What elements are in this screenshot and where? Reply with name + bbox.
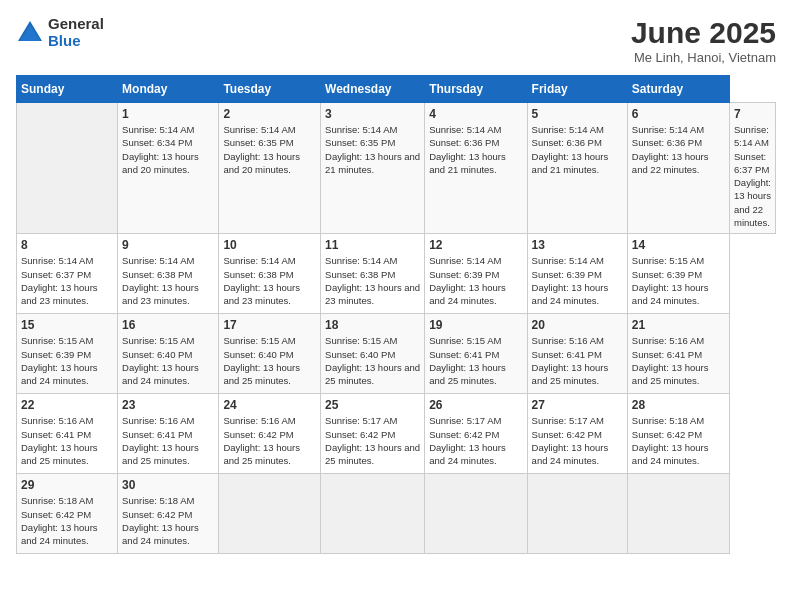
table-row: 20Sunrise: 5:16 AMSunset: 6:41 PMDayligh… bbox=[527, 314, 627, 394]
day-info: Sunrise: 5:15 AMSunset: 6:40 PMDaylight:… bbox=[122, 334, 214, 387]
day-number: 13 bbox=[532, 238, 623, 252]
day-number: 6 bbox=[632, 107, 725, 121]
page-header: General Blue June 2025 Me Linh, Hanoi, V… bbox=[16, 16, 776, 65]
table-row: 9Sunrise: 5:14 AMSunset: 6:38 PMDaylight… bbox=[118, 234, 219, 314]
table-row: 5Sunrise: 5:14 AMSunset: 6:36 PMDaylight… bbox=[527, 103, 627, 234]
table-row: 26Sunrise: 5:17 AMSunset: 6:42 PMDayligh… bbox=[425, 394, 527, 474]
day-info: Sunrise: 5:14 AMSunset: 6:36 PMDaylight:… bbox=[632, 123, 725, 176]
day-info: Sunrise: 5:15 AMSunset: 6:41 PMDaylight:… bbox=[429, 334, 522, 387]
header-thursday: Thursday bbox=[425, 76, 527, 103]
table-row: 21Sunrise: 5:16 AMSunset: 6:41 PMDayligh… bbox=[627, 314, 729, 394]
day-info: Sunrise: 5:14 AMSunset: 6:37 PMDaylight:… bbox=[734, 123, 771, 229]
table-row: 18Sunrise: 5:15 AMSunset: 6:40 PMDayligh… bbox=[321, 314, 425, 394]
table-row: 23Sunrise: 5:16 AMSunset: 6:41 PMDayligh… bbox=[118, 394, 219, 474]
table-row: 29Sunrise: 5:18 AMSunset: 6:42 PMDayligh… bbox=[17, 474, 118, 554]
day-number: 19 bbox=[429, 318, 522, 332]
calendar-week-row: 1Sunrise: 5:14 AMSunset: 6:34 PMDaylight… bbox=[17, 103, 776, 234]
header-sunday: Sunday bbox=[17, 76, 118, 103]
day-number: 1 bbox=[122, 107, 214, 121]
day-number: 14 bbox=[632, 238, 725, 252]
table-row: 13Sunrise: 5:14 AMSunset: 6:39 PMDayligh… bbox=[527, 234, 627, 314]
table-row bbox=[219, 474, 321, 554]
table-row: 30Sunrise: 5:18 AMSunset: 6:42 PMDayligh… bbox=[118, 474, 219, 554]
table-row bbox=[425, 474, 527, 554]
day-info: Sunrise: 5:14 AMSunset: 6:38 PMDaylight:… bbox=[122, 254, 214, 307]
logo-text: General Blue bbox=[48, 16, 104, 49]
day-info: Sunrise: 5:17 AMSunset: 6:42 PMDaylight:… bbox=[429, 414, 522, 467]
day-info: Sunrise: 5:16 AMSunset: 6:41 PMDaylight:… bbox=[21, 414, 113, 467]
table-row: 4Sunrise: 5:14 AMSunset: 6:36 PMDaylight… bbox=[425, 103, 527, 234]
day-info: Sunrise: 5:15 AMSunset: 6:40 PMDaylight:… bbox=[325, 334, 420, 387]
table-row: 6Sunrise: 5:14 AMSunset: 6:36 PMDaylight… bbox=[627, 103, 729, 234]
day-number: 8 bbox=[21, 238, 113, 252]
day-number: 2 bbox=[223, 107, 316, 121]
table-row: 8Sunrise: 5:14 AMSunset: 6:37 PMDaylight… bbox=[17, 234, 118, 314]
day-info: Sunrise: 5:16 AMSunset: 6:41 PMDaylight:… bbox=[532, 334, 623, 387]
table-row: 27Sunrise: 5:17 AMSunset: 6:42 PMDayligh… bbox=[527, 394, 627, 474]
day-info: Sunrise: 5:14 AMSunset: 6:35 PMDaylight:… bbox=[223, 123, 316, 176]
logo-blue-text: Blue bbox=[48, 33, 104, 50]
day-info: Sunrise: 5:14 AMSunset: 6:36 PMDaylight:… bbox=[429, 123, 522, 176]
table-row bbox=[321, 474, 425, 554]
table-row bbox=[17, 103, 118, 234]
day-number: 15 bbox=[21, 318, 113, 332]
day-number: 12 bbox=[429, 238, 522, 252]
day-number: 26 bbox=[429, 398, 522, 412]
logo: General Blue bbox=[16, 16, 104, 49]
day-number: 29 bbox=[21, 478, 113, 492]
calendar-week-row: 15Sunrise: 5:15 AMSunset: 6:39 PMDayligh… bbox=[17, 314, 776, 394]
day-number: 11 bbox=[325, 238, 420, 252]
table-row: 24Sunrise: 5:16 AMSunset: 6:42 PMDayligh… bbox=[219, 394, 321, 474]
table-row: 3Sunrise: 5:14 AMSunset: 6:35 PMDaylight… bbox=[321, 103, 425, 234]
table-row: 7Sunrise: 5:14 AMSunset: 6:37 PMDaylight… bbox=[729, 103, 775, 234]
calendar-body: 1Sunrise: 5:14 AMSunset: 6:34 PMDaylight… bbox=[17, 103, 776, 554]
day-number: 18 bbox=[325, 318, 420, 332]
day-number: 22 bbox=[21, 398, 113, 412]
day-number: 21 bbox=[632, 318, 725, 332]
day-info: Sunrise: 5:15 AMSunset: 6:40 PMDaylight:… bbox=[223, 334, 316, 387]
calendar-subtitle: Me Linh, Hanoi, Vietnam bbox=[631, 50, 776, 65]
logo-general-text: General bbox=[48, 16, 104, 33]
day-info: Sunrise: 5:16 AMSunset: 6:42 PMDaylight:… bbox=[223, 414, 316, 467]
day-info: Sunrise: 5:14 AMSunset: 6:38 PMDaylight:… bbox=[325, 254, 420, 307]
header-saturday: Saturday bbox=[627, 76, 729, 103]
day-number: 4 bbox=[429, 107, 522, 121]
calendar-week-row: 29Sunrise: 5:18 AMSunset: 6:42 PMDayligh… bbox=[17, 474, 776, 554]
header-wednesday: Wednesday bbox=[321, 76, 425, 103]
day-info: Sunrise: 5:17 AMSunset: 6:42 PMDaylight:… bbox=[532, 414, 623, 467]
calendar-week-row: 8Sunrise: 5:14 AMSunset: 6:37 PMDaylight… bbox=[17, 234, 776, 314]
table-row: 19Sunrise: 5:15 AMSunset: 6:41 PMDayligh… bbox=[425, 314, 527, 394]
calendar-table: Sunday Monday Tuesday Wednesday Thursday… bbox=[16, 75, 776, 554]
day-info: Sunrise: 5:14 AMSunset: 6:39 PMDaylight:… bbox=[532, 254, 623, 307]
header-tuesday: Tuesday bbox=[219, 76, 321, 103]
table-row: 1Sunrise: 5:14 AMSunset: 6:34 PMDaylight… bbox=[118, 103, 219, 234]
day-info: Sunrise: 5:14 AMSunset: 6:36 PMDaylight:… bbox=[532, 123, 623, 176]
day-info: Sunrise: 5:17 AMSunset: 6:42 PMDaylight:… bbox=[325, 414, 420, 467]
day-number: 16 bbox=[122, 318, 214, 332]
day-number: 27 bbox=[532, 398, 623, 412]
day-info: Sunrise: 5:14 AMSunset: 6:39 PMDaylight:… bbox=[429, 254, 522, 307]
day-info: Sunrise: 5:14 AMSunset: 6:37 PMDaylight:… bbox=[21, 254, 113, 307]
table-row bbox=[527, 474, 627, 554]
day-info: Sunrise: 5:16 AMSunset: 6:41 PMDaylight:… bbox=[632, 334, 725, 387]
day-info: Sunrise: 5:14 AMSunset: 6:34 PMDaylight:… bbox=[122, 123, 214, 176]
day-number: 9 bbox=[122, 238, 214, 252]
day-info: Sunrise: 5:14 AMSunset: 6:38 PMDaylight:… bbox=[223, 254, 316, 307]
day-number: 3 bbox=[325, 107, 420, 121]
day-info: Sunrise: 5:18 AMSunset: 6:42 PMDaylight:… bbox=[21, 494, 113, 547]
day-info: Sunrise: 5:15 AMSunset: 6:39 PMDaylight:… bbox=[21, 334, 113, 387]
header-monday: Monday bbox=[118, 76, 219, 103]
table-row: 22Sunrise: 5:16 AMSunset: 6:41 PMDayligh… bbox=[17, 394, 118, 474]
day-number: 28 bbox=[632, 398, 725, 412]
day-number: 10 bbox=[223, 238, 316, 252]
day-number: 7 bbox=[734, 107, 771, 121]
day-info: Sunrise: 5:18 AMSunset: 6:42 PMDaylight:… bbox=[122, 494, 214, 547]
day-info: Sunrise: 5:18 AMSunset: 6:42 PMDaylight:… bbox=[632, 414, 725, 467]
header-friday: Friday bbox=[527, 76, 627, 103]
table-row: 12Sunrise: 5:14 AMSunset: 6:39 PMDayligh… bbox=[425, 234, 527, 314]
day-number: 20 bbox=[532, 318, 623, 332]
table-row: 15Sunrise: 5:15 AMSunset: 6:39 PMDayligh… bbox=[17, 314, 118, 394]
table-row: 2Sunrise: 5:14 AMSunset: 6:35 PMDaylight… bbox=[219, 103, 321, 234]
day-number: 30 bbox=[122, 478, 214, 492]
day-number: 25 bbox=[325, 398, 420, 412]
